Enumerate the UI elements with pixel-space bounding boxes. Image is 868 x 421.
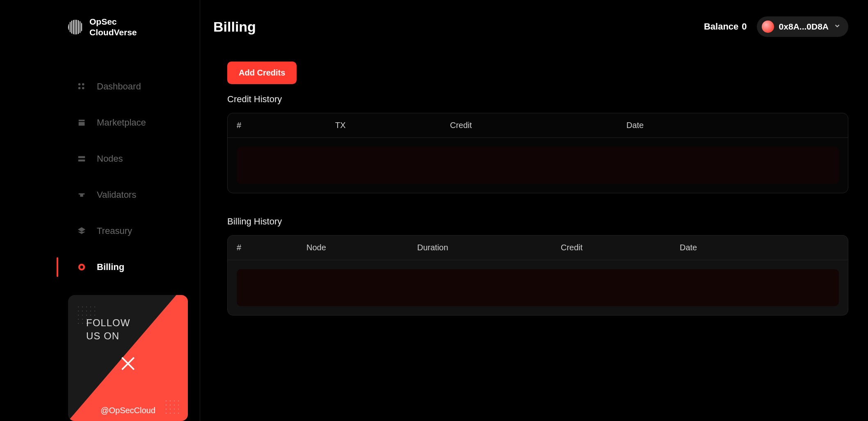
sidebar-item-dashboard[interactable]: Dashboard <box>0 69 200 105</box>
marketplace-icon <box>76 117 87 128</box>
col-index: # <box>237 243 306 252</box>
sidebar-item-label: Treasury <box>97 226 132 236</box>
billing-history-header: # Node Duration Credit Date <box>228 236 848 260</box>
sidebar-item-label: Validators <box>97 190 136 200</box>
svg-point-3 <box>82 87 85 89</box>
brand-logo-icon <box>68 20 83 34</box>
billing-history-empty-row <box>237 269 839 306</box>
page-header: Billing Balance 0 0x8A...0D8A <box>213 16 848 37</box>
svg-rect-5 <box>78 159 85 161</box>
promo-handle: @OpSecCloud <box>101 406 155 415</box>
add-credits-button[interactable]: Add Credits <box>227 62 297 84</box>
sidebar: OpSec CloudVerse Dashboard Marketplace N… <box>0 0 200 421</box>
credit-history-title: Credit History <box>227 94 848 105</box>
promo-card[interactable]: FOLLOW US ON @OpSecCloud <box>68 295 188 421</box>
svg-point-2 <box>78 87 81 89</box>
promo-dots-decoration-2 <box>164 399 180 415</box>
wallet-address: 0x8A...0D8A <box>779 22 829 32</box>
svg-point-0 <box>78 83 81 85</box>
credit-history-empty-row <box>237 147 839 184</box>
billing-icon <box>76 262 87 272</box>
brand-text: OpSec CloudVerse <box>89 16 137 38</box>
svg-point-7 <box>80 265 83 268</box>
chevron-down-icon <box>834 22 841 31</box>
balance-label: Balance <box>704 21 738 32</box>
sidebar-item-label: Dashboard <box>97 81 141 92</box>
col-index: # <box>237 121 335 130</box>
promo-line2: US ON <box>86 330 119 341</box>
sidebar-item-validators[interactable]: Validators <box>0 177 200 213</box>
col-date: Date <box>680 243 839 252</box>
svg-rect-4 <box>78 156 85 158</box>
sidebar-item-marketplace[interactable]: Marketplace <box>0 105 200 141</box>
x-twitter-icon <box>119 355 137 374</box>
main-content: Billing Balance 0 0x8A...0D8A Add Credit… <box>200 0 868 421</box>
credit-history-header: # TX Credit Date <box>228 113 848 138</box>
balance-value: 0 <box>742 21 747 32</box>
dashboard-icon <box>76 81 87 92</box>
credit-history-table: # TX Credit Date <box>227 113 848 193</box>
sidebar-item-nodes[interactable]: Nodes <box>0 141 200 177</box>
sidebar-item-treasury[interactable]: Treasury <box>0 213 200 249</box>
col-date: Date <box>626 121 839 130</box>
billing-history-table: # Node Duration Credit Date <box>227 235 848 316</box>
sidebar-nav: Dashboard Marketplace Nodes Validators T… <box>0 69 200 285</box>
page-title: Billing <box>213 19 256 35</box>
brand[interactable]: OpSec CloudVerse <box>0 16 200 38</box>
col-duration: Duration <box>417 243 561 252</box>
wallet-dropdown[interactable]: 0x8A...0D8A <box>757 16 848 37</box>
balance: Balance 0 <box>704 21 747 32</box>
sidebar-item-billing[interactable]: Billing <box>0 249 200 285</box>
brand-line1: OpSec <box>89 16 137 27</box>
header-right: Balance 0 0x8A...0D8A <box>704 16 848 37</box>
sidebar-item-label: Nodes <box>97 153 123 164</box>
content: Add Credits Credit History # TX Credit D… <box>213 62 848 316</box>
promo-follow-text: FOLLOW US ON <box>86 316 130 343</box>
sidebar-item-label: Billing <box>97 262 124 272</box>
col-tx: TX <box>335 121 450 130</box>
treasury-icon <box>76 226 87 236</box>
svg-point-1 <box>82 83 85 85</box>
col-credit: Credit <box>561 243 680 252</box>
validators-icon <box>76 190 87 200</box>
nodes-icon <box>76 153 87 164</box>
promo-line1: FOLLOW <box>86 317 130 328</box>
sidebar-item-label: Marketplace <box>97 117 146 128</box>
billing-history-title: Billing History <box>227 216 848 227</box>
col-credit: Credit <box>450 121 626 130</box>
avatar <box>762 21 774 33</box>
col-node: Node <box>306 243 417 252</box>
brand-line2: CloudVerse <box>89 27 137 38</box>
